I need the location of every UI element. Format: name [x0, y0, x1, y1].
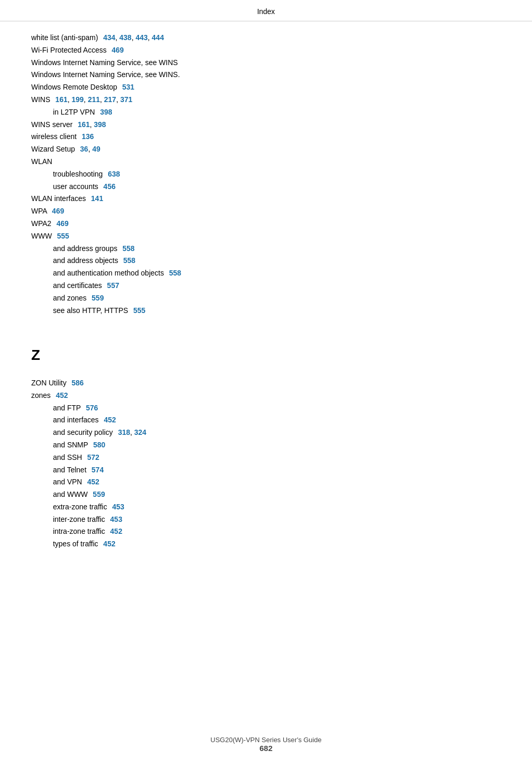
entry-label: and certificates [31, 280, 106, 292]
entry-links: 555 [133, 305, 145, 317]
page-link[interactable]: 199 [71, 95, 83, 104]
entry-links: 531 [122, 81, 134, 94]
page-link[interactable]: 453 [110, 515, 122, 523]
page-link[interactable]: 398 [100, 108, 112, 116]
entry-label: Windows Internet Naming Service, see WIN… [31, 57, 178, 69]
page-link[interactable]: 469 [111, 46, 123, 54]
page-link[interactable]: 638 [108, 170, 120, 178]
page-link[interactable]: 558 [169, 269, 181, 277]
index-entry: white list (anti-spam) 434, 438, 443, 44… [31, 32, 501, 44]
index-entry: and authentication method objects 558 [31, 267, 501, 280]
entry-label: Windows Internet Naming Service, see WIN… [31, 69, 180, 81]
entry-label: and SNMP [31, 439, 92, 452]
page-link[interactable]: 452 [56, 391, 68, 399]
entry-label: and security policy [31, 427, 117, 439]
index-entry: and certificates 557 [31, 280, 501, 292]
entry-label: extra-zone traffic [31, 501, 111, 514]
page-link[interactable]: 558 [122, 244, 134, 253]
entry-label: zones [31, 390, 55, 402]
page-link[interactable]: 572 [87, 453, 99, 461]
entry-label: white list (anti-spam) [31, 32, 102, 44]
index-entry: WWW 555 [31, 230, 501, 243]
entry-label: and interfaces [31, 414, 103, 427]
page-link[interactable]: 555 [57, 232, 69, 240]
index-entry: WINS server 161, 398 [31, 119, 501, 131]
entry-links: 469 [56, 218, 68, 230]
entry-links: 638 [108, 168, 120, 181]
page-link[interactable]: 555 [133, 306, 145, 315]
link-separator: , [148, 33, 152, 42]
index-entry: Windows Remote Desktop 531 [31, 81, 501, 94]
page-link[interactable]: 469 [56, 219, 68, 228]
entry-links: 580 [93, 439, 105, 452]
page-link[interactable]: 217 [104, 95, 116, 104]
page-link[interactable]: 438 [119, 33, 131, 42]
page-link[interactable]: 453 [112, 503, 124, 511]
entry-label: and VPN [31, 476, 86, 489]
page-link[interactable]: 452 [104, 416, 116, 424]
entry-links: 452 [110, 526, 122, 538]
page-link[interactable]: 443 [135, 33, 147, 42]
page-link[interactable]: 557 [107, 281, 119, 290]
entry-label: WPA [31, 205, 51, 218]
entry-label: and WWW [31, 489, 92, 501]
page-link[interactable]: 531 [122, 83, 134, 91]
entry-links: 452 [104, 414, 116, 427]
index-entry: types of traffic 452 [31, 538, 501, 551]
entry-label: and zones [31, 292, 91, 305]
page-link[interactable]: 161 [55, 95, 67, 104]
page-link[interactable]: 452 [110, 527, 122, 535]
page-link[interactable]: 456 [104, 182, 116, 191]
page-link[interactable]: 136 [82, 132, 94, 141]
page-link[interactable]: 49 [92, 145, 100, 153]
entry-links: 559 [92, 292, 104, 305]
entry-links: 557 [107, 280, 119, 292]
section-letter-z: Z [31, 343, 501, 368]
link-separator: , [116, 95, 120, 104]
index-entry: ZON Utility 586 [31, 377, 501, 390]
index-entry: and VPN 452 [31, 476, 501, 489]
page-link[interactable]: 318 [118, 428, 130, 436]
page-link[interactable]: 586 [71, 379, 83, 387]
entry-label: intra-zone traffic [31, 526, 109, 538]
page-link[interactable]: 371 [120, 95, 132, 104]
link-separator: , [100, 95, 104, 104]
entry-links: 141 [91, 193, 103, 205]
page-link[interactable]: 398 [94, 120, 106, 129]
page-link[interactable]: 434 [103, 33, 115, 42]
index-entry: and FTP 576 [31, 402, 501, 415]
index-entry: and address groups 558 [31, 243, 501, 255]
page-link[interactable]: 469 [52, 207, 64, 215]
page-link[interactable]: 559 [93, 490, 105, 498]
entry-links: 572 [87, 452, 99, 464]
page-link[interactable]: 559 [92, 294, 104, 302]
entry-links: 452 [103, 538, 115, 551]
entry-label: wireless client [31, 131, 81, 143]
entry-label: and Telnet [31, 464, 91, 477]
entry-links: 576 [86, 402, 98, 415]
entry-label: types of traffic [31, 538, 102, 551]
page-link[interactable]: 580 [93, 441, 105, 449]
page-link[interactable]: 141 [91, 194, 103, 203]
page-link[interactable]: 444 [152, 33, 164, 42]
entry-links: 453 [112, 501, 124, 514]
index-entry: troubleshooting 638 [31, 168, 501, 181]
page-link[interactable]: 161 [78, 120, 90, 129]
entry-links: 469 [111, 44, 123, 57]
entry-links: 574 [92, 464, 104, 477]
entry-links: 36, 49 [80, 143, 100, 156]
page-link[interactable]: 324 [134, 428, 146, 436]
page-link[interactable]: 36 [80, 145, 88, 153]
page-link[interactable]: 452 [87, 478, 99, 486]
page-link[interactable]: 576 [86, 404, 98, 412]
index-entry: WLAN [31, 156, 501, 168]
page-link[interactable]: 211 [88, 95, 100, 104]
index-entry: WINS 161, 199, 211, 217, 371 [31, 94, 501, 106]
entry-links: 453 [110, 514, 122, 526]
entry-label: WINS server [31, 119, 77, 131]
entry-links: 136 [82, 131, 94, 143]
page-link[interactable]: 574 [92, 466, 104, 474]
index-entry: user accounts 456 [31, 181, 501, 193]
page-link[interactable]: 558 [123, 256, 135, 265]
page-link[interactable]: 452 [103, 540, 115, 548]
